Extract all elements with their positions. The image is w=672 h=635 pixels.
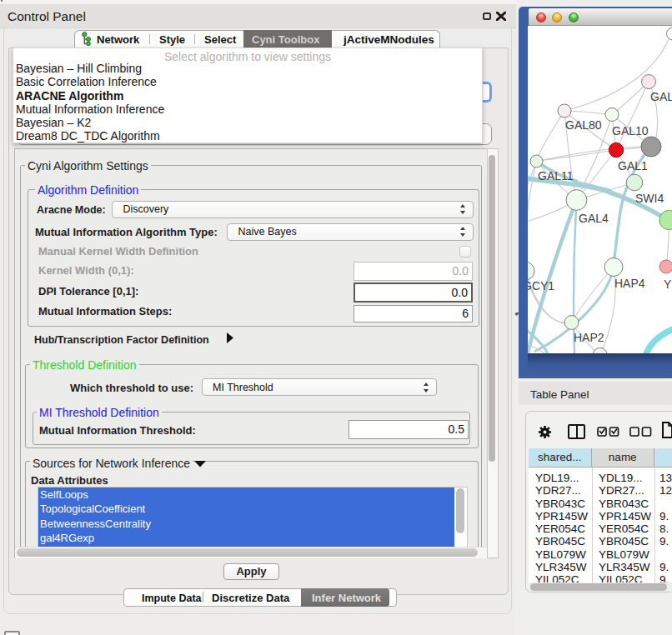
svg-text:GAL2: GAL2 [650,90,672,103]
svg-text:GAL1: GAL1 [618,159,648,172]
svg-text:HAP4: HAP4 [614,277,645,290]
svg-text:SWI4: SWI4 [635,192,664,205]
svg-text:GCY1: GCY1 [528,279,554,292]
svg-text:GAL4: GAL4 [579,212,609,225]
svg-text:GAL10: GAL10 [612,124,649,138]
svg-text:GAL80: GAL80 [565,118,602,132]
svg-text:GAL11: GAL11 [538,169,574,182]
svg-text:Y: Y [664,278,672,291]
svg-text:HAP2: HAP2 [574,331,604,344]
